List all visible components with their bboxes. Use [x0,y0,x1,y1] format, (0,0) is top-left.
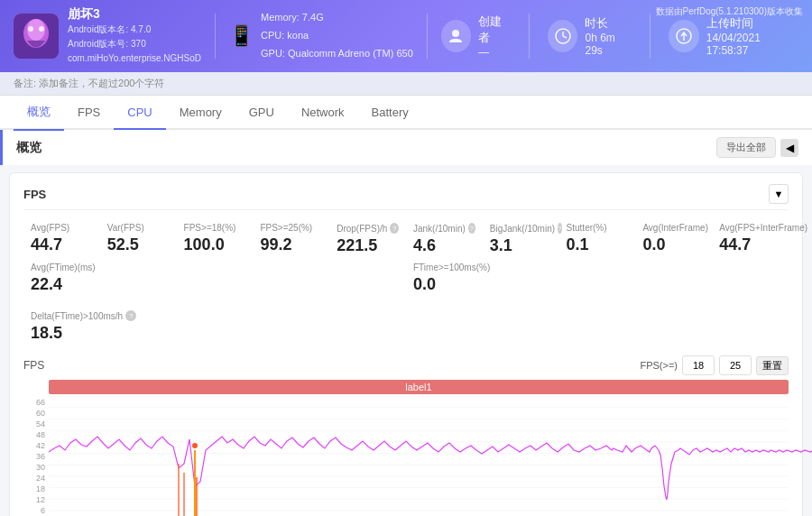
top-right-notice: 数据由PerfDog(5.1.210300)版本收集 [656,5,803,18]
chart-title: FPS [23,359,44,372]
overview-section-header: 概览 导出全部 ◀ [0,130,812,165]
chart-header: FPS FPS(>=) 重置 [23,355,789,375]
divider3 [529,14,530,59]
notes-bar: 备注: 添加备注，不超过200个字符 [0,72,812,96]
fps-input-25[interactable] [719,355,752,375]
app-name: 崩坏3 [68,6,201,23]
content-area: 概览 导出全部 ◀ FPS ▼ Avg(FPS) 44.7 Var(FPS) 5… [0,130,812,516]
nav-arrow-button[interactable]: ◀ [780,139,798,157]
metric-ftime100-label: FTime>=100ms(%) [413,263,781,272]
metric-fps-interframe-value: 44.7 [719,235,781,254]
fps-chart-container: FPS FPS(>=) 重置 66 60 54 48 [23,355,789,516]
help-icon-jank[interactable]: ? [468,223,475,234]
metric-stutter: Stutter(%) 0.1 [559,219,636,259]
metric-jank-label: Jank(/10min) ? [413,223,475,234]
metric-avg-fps: Avg(FPS) 44.7 [23,219,100,259]
app-icon [14,14,59,59]
chart-controls: FPS(>=) 重置 [640,355,789,375]
metric-stutter-value: 0.1 [567,235,629,254]
svg-point-3 [28,26,33,32]
tab-memory[interactable]: Memory [166,97,235,130]
metric-fps18-label: FPS>=18(%) [184,223,246,233]
overview-title: 概览 [16,140,42,156]
help-icon-drop[interactable]: ? [390,223,399,234]
duration-icon [548,20,577,52]
metric-avg-fps-label: Avg(FPS) [31,223,93,233]
metric-jank-value: 4.6 [413,236,475,255]
device-info: 📱 Memory: 7.4G CPU: kona GPU: Qualcomm A… [229,9,413,62]
delta-value: 18.5 [31,324,136,343]
fps-collapse-button[interactable]: ▼ [769,184,789,204]
fps-line [49,437,812,500]
metric-fps25-value: 99.2 [260,235,322,254]
header-stats: 创建者 — 时长 0h 6m 29s [441,14,798,59]
fps-input-18[interactable] [682,355,715,375]
help-icon-delta[interactable]: ? [125,310,136,321]
metric-fps25-label: FPS>=25(%) [260,223,322,233]
metric-ftime-label: Avg(FTime)(ms) [31,263,399,272]
jank-dot [192,443,198,448]
reset-button[interactable]: 重置 [756,356,789,375]
metric-ftime-value: 22.4 [31,275,399,294]
metric-var-fps-label: Var(FPS) [107,223,170,233]
delta-item: Delta(FTime)>100ms/h ? 18.5 [23,307,143,346]
svg-line-8 [563,36,567,38]
notes-placeholder: 备注: 添加备注，不超过200个字符 [14,78,164,88]
chart-area: 66 60 54 48 42 36 30 24 18 12 6 l [23,380,789,516]
metric-fps-interframe: Avg(FPS+InterFrame) 44.7 [712,219,789,259]
app-info: 崩坏3 Android版本名: 4.7.0 Android版本号: 370 co… [14,6,201,66]
y-axis: 66 60 54 48 42 36 30 24 18 12 6 [23,380,49,516]
metric-drop-value: 221.5 [337,236,399,255]
tab-network[interactable]: Network [288,97,358,130]
tab-bar: 概览 FPS CPU Memory GPU Network Battery [0,96,812,130]
metric-drop-label: Drop(FPS)/h ? [337,223,399,234]
upload-icon [669,20,698,52]
divider1 [215,14,216,59]
tab-gpu[interactable]: GPU [235,97,288,130]
metric-stutter-label: Stutter(%) [567,223,629,233]
metric-var-fps-value: 52.5 [107,235,170,254]
label1-bar: label1 [49,380,789,394]
delta-label: Delta(FTime)>100ms/h ? [31,310,136,321]
metric-ftime100-value: 0.0 [413,275,781,294]
metric-fps18: FPS>=18(%) 100.0 [177,219,254,259]
svg-point-5 [452,30,459,37]
metric-interframe: Avg(InterFrame) 0.0 [635,219,712,259]
phone-icon: 📱 [229,18,254,54]
metric-fps-interframe-label: Avg(FPS+InterFrame) [719,223,781,233]
header: 崩坏3 Android版本名: 4.7.0 Android版本号: 370 co… [0,0,812,72]
upload-stat: 上传时间 14/04/2021 17:58:37 [669,15,798,57]
fps-chart-svg: 2 0 Jank [49,396,789,516]
metric-ftime: Avg(FTime)(ms) 22.4 [23,259,406,298]
duration-stat: 时长 0h 6m 29s [548,15,632,57]
metric-avg-fps-value: 44.7 [31,235,93,254]
fps-card: FPS ▼ Avg(FPS) 44.7 Var(FPS) 52.5 FPS>=1… [9,172,803,516]
fps-ge-label: FPS(>=) [640,360,678,371]
fps-section-header: FPS ▼ [23,184,789,210]
metric-interframe-label: Avg(InterFrame) [642,223,705,233]
metric-jank: Jank(/10min) ? 4.6 [406,219,483,259]
creator-stat: 创建者 — [441,14,511,59]
tab-overview[interactable]: 概览 [14,95,64,131]
app-meta: Android版本名: 4.7.0 Android版本号: 370 com.mi… [68,23,201,66]
export-button[interactable]: 导出全部 [716,137,776,158]
metric-drop: Drop(FPS)/h ? 221.5 [329,219,406,259]
creator-icon [441,20,471,52]
metric-bigjank-value: 3.1 [490,236,552,255]
tab-fps[interactable]: FPS [64,97,114,130]
tab-battery[interactable]: Battery [358,97,422,130]
fps-metrics-row: Avg(FPS) 44.7 Var(FPS) 52.5 FPS>=18(%) 1… [23,219,789,298]
chart-plot-area: label1 [49,380,789,516]
tab-cpu[interactable]: CPU [114,97,165,130]
divider4 [650,14,651,59]
metric-ftime100: FTime>=100ms(%) 0.0 [406,259,789,298]
divider2 [427,14,428,59]
fps-title: FPS [23,188,46,201]
metric-bigjank-label: BigJank(/10min) ? [490,223,552,234]
metric-fps25: FPS>=25(%) 99.2 [253,219,329,259]
metric-interframe-value: 0.0 [642,235,705,254]
metric-fps18-value: 100.0 [184,235,246,254]
metric-var-fps: Var(FPS) 52.5 [100,219,177,259]
metric-bigjank: BigJank(/10min) ? 3.1 [483,219,559,259]
delta-row: Delta(FTime)>100ms/h ? 18.5 [23,307,789,346]
